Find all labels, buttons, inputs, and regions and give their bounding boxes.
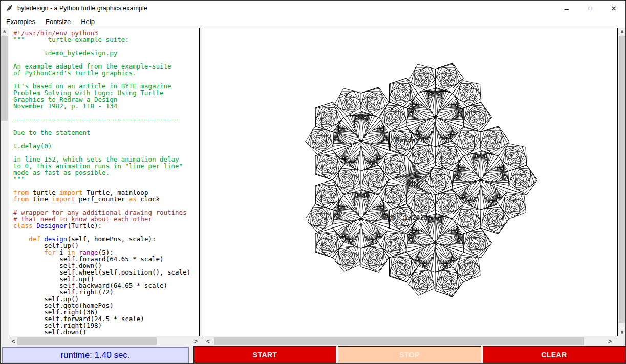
code-vertical-scrollbar[interactable]: ∧ ∨: [1, 28, 8, 346]
turtle-canvas[interactable]: MondaySep. 1 2025: [202, 28, 618, 336]
maximize-button[interactable]: □: [578, 1, 602, 16]
title-bar: bytedesign - a Python turtle graphics ex…: [1, 1, 625, 16]
runtime-label: runtime: 1.40 sec.: [2, 347, 189, 363]
canvas-horizontal-scrollbar[interactable]: < >: [202, 337, 617, 346]
stop-button[interactable]: STOP: [338, 346, 481, 363]
scroll-up-icon[interactable]: ∧: [1, 28, 8, 35]
bytedesign-drawing: [202, 28, 617, 336]
scroll-down-icon[interactable]: ∨: [618, 328, 626, 336]
app-window: bytedesign - a Python turtle graphics ex…: [0, 0, 626, 364]
window-title: bytedesign - a Python turtle graphics ex…: [17, 5, 147, 12]
canvas-text: Sep. 1 2025: [384, 214, 428, 221]
close-button[interactable]: ✕: [602, 1, 625, 16]
scroll-up-icon[interactable]: ∧: [618, 28, 626, 35]
code-hscroll-thumb[interactable]: [17, 337, 157, 345]
feather-icon: [5, 4, 13, 12]
canvas-vscroll-thumb[interactable]: [619, 36, 626, 323]
menu-fontsize[interactable]: Fontsize: [40, 16, 76, 27]
canvas-text: Monday: [396, 136, 420, 144]
minimize-button[interactable]: –: [555, 1, 578, 16]
menu-examples[interactable]: Examples: [1, 16, 40, 27]
canvas-vertical-scrollbar[interactable]: ∧ ∨: [618, 28, 626, 336]
bottom-bar: runtime: 1.40 sec. START STOP CLEAR: [1, 346, 625, 364]
window-controls: – □ ✕: [555, 1, 625, 16]
main-area: ∧ ∨ #!/usr/bin/env python3""" turtle-exa…: [1, 28, 625, 337]
scroll-right-icon[interactable]: >: [606, 337, 614, 345]
code-text: #!/usr/bin/env python3""" turtle-example…: [9, 28, 199, 336]
code-vscroll-thumb[interactable]: [1, 36, 8, 121]
menu-help[interactable]: Help: [76, 16, 100, 27]
start-button[interactable]: START: [193, 346, 336, 363]
scroll-right-icon[interactable]: >: [192, 337, 200, 345]
canvas-hscroll-thumb[interactable]: [214, 337, 584, 345]
code-pane[interactable]: #!/usr/bin/env python3""" turtle-example…: [9, 28, 200, 336]
clear-button[interactable]: CLEAR: [483, 346, 625, 363]
scroll-left-icon[interactable]: <: [204, 337, 212, 345]
menu-bar: Examples Fontsize Help: [1, 16, 625, 28]
code-horizontal-scrollbar[interactable]: < >: [9, 337, 200, 346]
scrollbar-row: < > < >: [1, 337, 625, 346]
scroll-left-icon[interactable]: <: [10, 337, 17, 345]
